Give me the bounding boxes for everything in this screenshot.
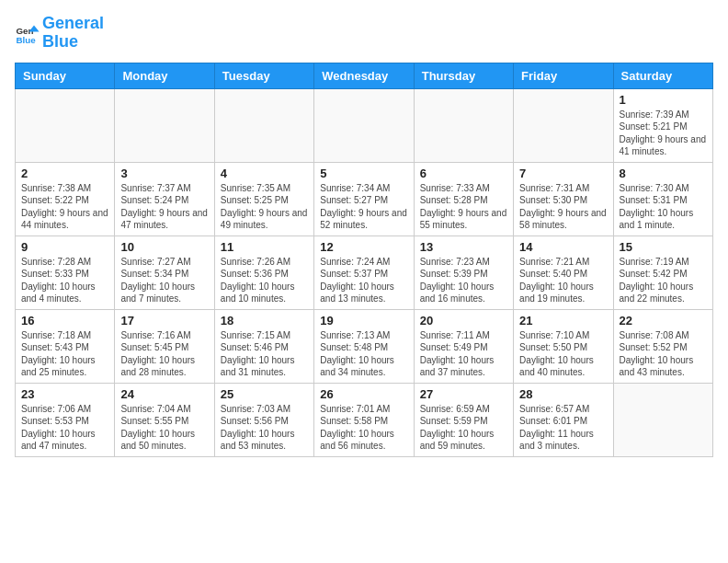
calendar-cell: 3Sunrise: 7:37 AM Sunset: 5:24 PM Daylig… [115,162,214,236]
calendar-cell: 20Sunrise: 7:11 AM Sunset: 5:49 PM Dayli… [414,309,513,383]
weekday-header-thursday: Thursday [414,63,513,88]
calendar-cell: 4Sunrise: 7:35 AM Sunset: 5:25 PM Daylig… [214,162,313,236]
day-info: Sunrise: 7:27 AM Sunset: 5:34 PM Dayligh… [120,256,208,305]
day-number: 28 [519,387,607,401]
day-info: Sunrise: 7:35 AM Sunset: 5:25 PM Dayligh… [221,182,308,232]
calendar-body: 1Sunrise: 7:39 AM Sunset: 5:21 PM Daylig… [16,88,713,456]
calendar-table: SundayMondayTuesdayWednesdayThursdayFrid… [15,63,713,457]
day-info: Sunrise: 7:31 AM Sunset: 5:30 PM Dayligh… [519,182,607,232]
calendar-cell: 12Sunrise: 7:24 AM Sunset: 5:37 PM Dayli… [314,236,414,309]
day-info: Sunrise: 7:04 AM Sunset: 5:55 PM Dayligh… [120,403,208,453]
day-number: 24 [120,387,208,401]
day-number: 22 [620,314,707,327]
calendar-week-4: 16Sunrise: 7:18 AM Sunset: 5:43 PM Dayli… [16,309,713,383]
weekday-header-saturday: Saturday [613,63,712,88]
logo-text-line2: Blue [42,33,104,52]
calendar-cell: 15Sunrise: 7:19 AM Sunset: 5:42 PM Dayli… [613,236,712,309]
calendar-cell: 28Sunrise: 6:57 AM Sunset: 6:01 PM Dayli… [514,383,613,456]
logo: Gen Blue General Blue [15,15,104,52]
day-info: Sunrise: 7:33 AM Sunset: 5:28 PM Dayligh… [420,182,507,232]
day-number: 6 [420,167,507,180]
day-info: Sunrise: 7:24 AM Sunset: 5:37 PM Dayligh… [320,256,407,305]
day-info: Sunrise: 7:34 AM Sunset: 5:27 PM Dayligh… [320,182,407,232]
day-number: 13 [420,240,507,254]
svg-text:Blue: Blue [16,35,36,45]
day-number: 14 [519,240,607,254]
day-number: 2 [21,167,108,180]
day-info: Sunrise: 7:23 AM Sunset: 5:39 PM Dayligh… [420,256,507,305]
day-info: Sunrise: 7:13 AM Sunset: 5:48 PM Dayligh… [320,329,407,379]
logo-icon: Gen Blue [15,20,40,46]
calendar-cell [613,383,712,456]
day-info: Sunrise: 7:28 AM Sunset: 5:33 PM Dayligh… [21,256,108,305]
calendar-cell [414,88,513,162]
day-number: 15 [620,240,707,254]
calendar-week-3: 9Sunrise: 7:28 AM Sunset: 5:33 PM Daylig… [16,236,713,309]
day-info: Sunrise: 7:39 AM Sunset: 5:21 PM Dayligh… [620,109,707,158]
day-info: Sunrise: 7:15 AM Sunset: 5:46 PM Dayligh… [221,329,308,379]
day-info: Sunrise: 7:16 AM Sunset: 5:45 PM Dayligh… [120,329,208,379]
calendar-cell: 23Sunrise: 7:06 AM Sunset: 5:53 PM Dayli… [16,383,115,456]
day-number: 7 [519,167,607,180]
day-info: Sunrise: 6:57 AM Sunset: 6:01 PM Dayligh… [519,403,607,453]
calendar-cell [115,88,214,162]
day-info: Sunrise: 7:03 AM Sunset: 5:56 PM Dayligh… [221,403,308,453]
day-info: Sunrise: 7:37 AM Sunset: 5:24 PM Dayligh… [120,182,208,232]
calendar-week-5: 23Sunrise: 7:06 AM Sunset: 5:53 PM Dayli… [16,383,713,456]
weekday-header-wednesday: Wednesday [314,63,414,88]
day-info: Sunrise: 6:59 AM Sunset: 5:59 PM Dayligh… [420,403,507,453]
calendar-week-2: 2Sunrise: 7:38 AM Sunset: 5:22 PM Daylig… [16,162,713,236]
day-info: Sunrise: 7:10 AM Sunset: 5:50 PM Dayligh… [519,329,607,379]
day-number: 16 [21,314,108,327]
day-number: 20 [420,314,507,327]
day-number: 12 [320,240,407,254]
day-number: 21 [519,314,607,327]
day-info: Sunrise: 7:26 AM Sunset: 5:36 PM Dayligh… [221,256,308,305]
calendar-week-1: 1Sunrise: 7:39 AM Sunset: 5:21 PM Daylig… [16,88,713,162]
day-number: 23 [21,387,108,401]
calendar-cell [214,88,313,162]
day-info: Sunrise: 7:30 AM Sunset: 5:31 PM Dayligh… [620,182,707,232]
calendar-cell: 22Sunrise: 7:08 AM Sunset: 5:52 PM Dayli… [613,309,712,383]
day-info: Sunrise: 7:21 AM Sunset: 5:40 PM Dayligh… [519,256,607,305]
page-header: Gen Blue General Blue [15,15,713,52]
day-number: 9 [21,240,108,254]
day-info: Sunrise: 7:18 AM Sunset: 5:43 PM Dayligh… [21,329,108,379]
calendar-cell: 16Sunrise: 7:18 AM Sunset: 5:43 PM Dayli… [16,309,115,383]
day-info: Sunrise: 7:19 AM Sunset: 5:42 PM Dayligh… [620,256,707,305]
calendar-cell: 8Sunrise: 7:30 AM Sunset: 5:31 PM Daylig… [613,162,712,236]
weekday-header-friday: Friday [514,63,613,88]
day-number: 3 [120,167,208,180]
weekday-header-tuesday: Tuesday [214,63,313,88]
day-number: 4 [221,167,308,180]
weekday-header-sunday: Sunday [16,63,115,88]
logo-text-line1: General [42,15,104,33]
day-number: 5 [320,167,407,180]
calendar-cell: 2Sunrise: 7:38 AM Sunset: 5:22 PM Daylig… [16,162,115,236]
day-number: 11 [221,240,308,254]
calendar-cell: 9Sunrise: 7:28 AM Sunset: 5:33 PM Daylig… [16,236,115,309]
day-info: Sunrise: 7:38 AM Sunset: 5:22 PM Dayligh… [21,182,108,232]
calendar-cell: 10Sunrise: 7:27 AM Sunset: 5:34 PM Dayli… [115,236,214,309]
calendar-cell: 19Sunrise: 7:13 AM Sunset: 5:48 PM Dayli… [314,309,414,383]
calendar-cell: 27Sunrise: 6:59 AM Sunset: 5:59 PM Dayli… [414,383,513,456]
day-info: Sunrise: 7:06 AM Sunset: 5:53 PM Dayligh… [21,403,108,453]
calendar-cell [16,88,115,162]
day-number: 17 [120,314,208,327]
calendar-cell: 6Sunrise: 7:33 AM Sunset: 5:28 PM Daylig… [414,162,513,236]
calendar-cell: 24Sunrise: 7:04 AM Sunset: 5:55 PM Dayli… [115,383,214,456]
day-info: Sunrise: 7:11 AM Sunset: 5:49 PM Dayligh… [420,329,507,379]
calendar-cell: 25Sunrise: 7:03 AM Sunset: 5:56 PM Dayli… [214,383,313,456]
calendar-cell: 21Sunrise: 7:10 AM Sunset: 5:50 PM Dayli… [514,309,613,383]
day-number: 1 [620,93,707,107]
calendar-cell: 13Sunrise: 7:23 AM Sunset: 5:39 PM Dayli… [414,236,513,309]
calendar-cell: 11Sunrise: 7:26 AM Sunset: 5:36 PM Dayli… [214,236,313,309]
calendar-cell: 18Sunrise: 7:15 AM Sunset: 5:46 PM Dayli… [214,309,313,383]
weekday-header-monday: Monday [115,63,214,88]
calendar-cell: 17Sunrise: 7:16 AM Sunset: 5:45 PM Dayli… [115,309,214,383]
day-number: 10 [120,240,208,254]
calendar-cell: 7Sunrise: 7:31 AM Sunset: 5:30 PM Daylig… [514,162,613,236]
day-number: 26 [320,387,407,401]
calendar-cell: 26Sunrise: 7:01 AM Sunset: 5:58 PM Dayli… [314,383,414,456]
day-number: 25 [221,387,308,401]
